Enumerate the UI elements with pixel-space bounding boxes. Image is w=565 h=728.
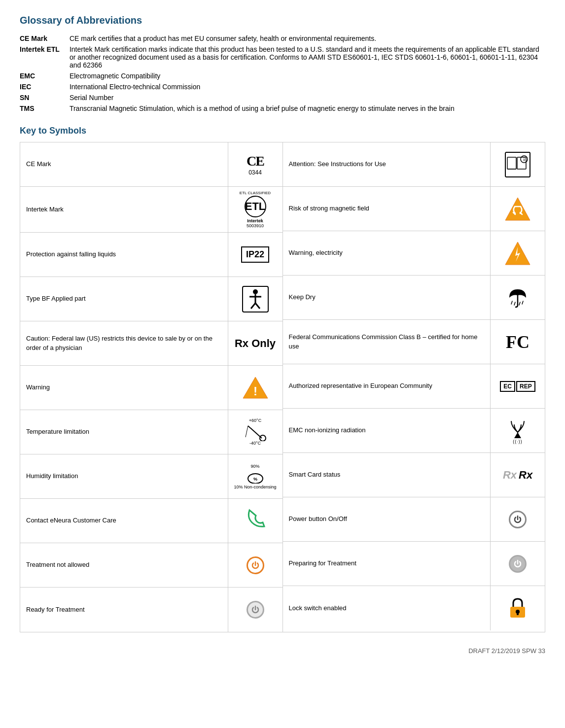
symbol-icon-container: IP22: [228, 233, 282, 277]
symbol-label: Caution: Federal law (US) restricts this…: [20, 321, 228, 365]
svg-marker-19: [505, 198, 530, 220]
symbol-label: Power button On/Off: [283, 497, 491, 541]
symbol-icon-container: [491, 542, 545, 586]
symbol-icon-container: Rx Only: [228, 321, 282, 365]
ip22-icon: IP22: [241, 246, 269, 263]
symbol-icon-container: i: [491, 142, 545, 186]
svg-line-4: [251, 303, 255, 309]
svg-line-28: [519, 302, 520, 305]
svg-point-1: [253, 289, 258, 294]
symbol-label: Federal Communications Commission Class …: [283, 320, 491, 364]
symbol-label: Ready for Treatment: [20, 588, 228, 632]
symbol-row: Contact eNeura Customer Care: [20, 499, 282, 543]
symbol-icon-container: FC: [491, 320, 545, 364]
svg-text:!: !: [253, 384, 257, 398]
glossary-definition: Electromagnetic Compatibility: [70, 70, 545, 81]
symbol-row: Treatment not allowed: [20, 543, 282, 588]
power-white-icon: [247, 601, 264, 619]
symbol-label: Protection against falling liquids: [20, 233, 228, 277]
svg-line-8: [248, 426, 262, 438]
glossary-row: Intertek ETL Intertek Mark certification…: [20, 44, 545, 70]
humidity-icon: 90% % 10% Non-condensing: [234, 464, 276, 489]
symbol-row: Risk of strong magnetic field: [283, 187, 545, 231]
fcc-icon: FC: [503, 331, 532, 353]
glossary-row: IEC International Electro-technical Comm…: [20, 81, 545, 92]
svg-line-27: [514, 302, 515, 305]
symbol-label: Attention: See Instructions for Use: [283, 142, 491, 186]
symbol-row: Preparing for Treatment: [283, 542, 545, 586]
symbol-label: Lock switch enabled: [283, 586, 491, 630]
symbols-grid: CE Mark CE 0344 Intertek Mark ETL CLASSI…: [20, 142, 545, 632]
svg-rect-34: [517, 612, 519, 615]
symbol-label: Keep Dry: [283, 276, 491, 319]
attention-icon: i: [504, 151, 531, 178]
symbol-icon-container: CE 0344: [228, 142, 282, 186]
svg-line-29: [522, 301, 523, 304]
symbol-row: Caution: Federal law (US) restricts this…: [20, 321, 282, 366]
glossary-term: Intertek ETL: [20, 44, 70, 70]
bf-icon: [242, 286, 269, 312]
symbol-row: Attention: See Instructions for Use i: [283, 142, 545, 187]
emc-icon: ((·)): [504, 417, 531, 444]
glossary-row: SN Serial Number: [20, 92, 545, 103]
glossary-definition: Serial Number: [70, 92, 545, 103]
symbol-icon-container: !: [228, 366, 282, 410]
glossary-term: IEC: [20, 81, 70, 92]
symbol-icon-container: [491, 497, 545, 541]
symbol-row: Warning, electricity: [283, 231, 545, 276]
svg-line-5: [255, 303, 260, 309]
symbol-row: Warning !: [20, 366, 282, 410]
glossary-term: EMC: [20, 70, 70, 81]
symbol-icon-container: [228, 543, 282, 587]
ecrep-icon: EC REP: [500, 381, 535, 392]
svg-marker-23: [505, 242, 530, 265]
glossary-term: CE Mark: [20, 33, 70, 44]
symbol-row: Type BF Applied part: [20, 277, 282, 321]
glossary-term: SN: [20, 92, 70, 103]
lock-icon: [504, 595, 531, 622]
glossary-row: CE Mark CE mark certifies that a product…: [20, 33, 545, 44]
symbol-label: CE Mark: [20, 142, 228, 186]
symbol-row: Federal Communications Commission Class …: [283, 320, 545, 364]
symbol-row: Smart Card status Rx Rx: [283, 453, 545, 497]
phone-icon: [242, 508, 269, 534]
symbols-right-col: Attention: See Instructions for Use i Ri…: [283, 142, 545, 632]
symbol-row: Keep Dry: [283, 276, 545, 320]
symbol-label: Type BF Applied part: [20, 277, 228, 321]
umbrella-icon: [504, 284, 531, 311]
symbol-label: Preparing for Treatment: [283, 542, 491, 586]
symbol-label: Authorized representative in European Co…: [283, 364, 491, 408]
symbol-icon-container: [228, 499, 282, 543]
symbol-icon-container: [491, 276, 545, 319]
symbol-icon-container: EC REP: [491, 364, 545, 408]
ce-mark-icon: CE 0344: [247, 153, 264, 176]
symbols-title: Key to Symbols: [20, 126, 545, 136]
rxonly-icon: Rx Only: [235, 337, 276, 350]
etl-icon: ETL CLASSIFIED ETL Intertek 5003910: [240, 191, 271, 228]
symbol-row: Authorized representative in European Co…: [283, 364, 545, 409]
power-btn-icon: [509, 511, 527, 528]
symbol-icon-container: [491, 586, 545, 630]
symbol-row: EMC non-ionizing radiation ((·)): [283, 409, 545, 453]
symbol-icon-container: ((·)): [491, 409, 545, 452]
symbol-row: Protection against falling liquidsIP22: [20, 233, 282, 277]
svg-text:FC: FC: [506, 332, 530, 352]
symbol-icon-container: [228, 277, 282, 321]
power-gray-icon: [509, 555, 527, 573]
symbol-label: Warning, electricity: [283, 231, 491, 275]
symbol-label: Warning: [20, 366, 228, 410]
symbol-row: Temperature limitation +60°C -40°C: [20, 410, 282, 454]
symbol-icon-container: +60°C -40°C: [228, 410, 282, 454]
glossary-term: TMS: [20, 103, 70, 114]
svg-rect-14: [507, 157, 516, 169]
svg-text:i: i: [524, 157, 525, 162]
symbol-label: Contact eNeura Customer Care: [20, 499, 228, 543]
symbol-label: Treatment not allowed: [20, 543, 228, 587]
symbol-icon-container: [491, 187, 545, 231]
warning-icon: !: [242, 375, 269, 401]
svg-rect-16: [517, 157, 526, 169]
temperature-icon: +60°C -40°C: [243, 418, 268, 446]
symbol-row: CE Mark CE 0344: [20, 142, 282, 187]
symbol-icon-container: 90% % 10% Non-condensing: [228, 454, 282, 498]
symbol-row: Power button On/Off: [283, 497, 545, 542]
